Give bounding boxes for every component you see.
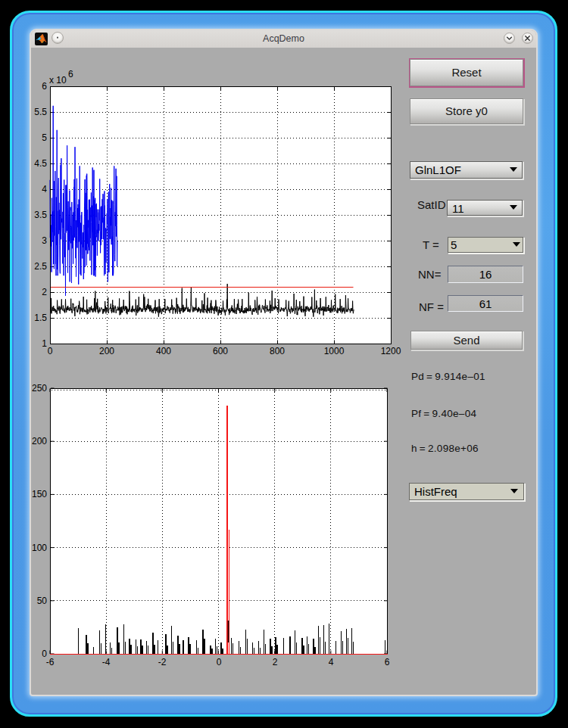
svg-text:-2: -2: [158, 657, 167, 667]
svg-text:1000: 1000: [324, 346, 345, 356]
svg-text:-4: -4: [102, 657, 111, 667]
svg-text:2: 2: [42, 287, 47, 297]
svg-text:5: 5: [42, 132, 47, 143]
svg-text:400: 400: [156, 346, 171, 356]
svg-text:6: 6: [385, 657, 390, 667]
svg-text:4: 4: [42, 184, 47, 194]
svg-text:200: 200: [32, 436, 47, 446]
svg-text:0: 0: [217, 657, 222, 667]
svg-text:1: 1: [42, 338, 47, 349]
svg-text:100: 100: [32, 543, 47, 553]
svg-text:50: 50: [37, 596, 48, 606]
svg-text:250: 250: [32, 383, 47, 394]
svg-text:2.5: 2.5: [34, 261, 47, 272]
svg-text:4: 4: [329, 657, 334, 667]
svg-text:0: 0: [42, 649, 47, 659]
svg-text:5.5: 5.5: [34, 107, 47, 117]
svg-text:800: 800: [270, 346, 285, 356]
svg-text:0: 0: [48, 346, 53, 356]
svg-text:2: 2: [273, 657, 278, 667]
svg-text:6: 6: [68, 69, 73, 79]
svg-text:150: 150: [32, 489, 47, 499]
svg-text:4.5: 4.5: [34, 158, 47, 169]
svg-text:1200: 1200: [381, 346, 401, 356]
svg-text:600: 600: [213, 346, 228, 356]
svg-text:3: 3: [42, 235, 47, 246]
svg-text:x 10: x 10: [49, 75, 67, 86]
svg-text:-6: -6: [46, 657, 55, 667]
svg-text:6: 6: [42, 81, 47, 92]
svg-text:1.5: 1.5: [34, 313, 47, 323]
svg-text:3.5: 3.5: [34, 210, 47, 220]
svg-text:200: 200: [99, 346, 114, 356]
